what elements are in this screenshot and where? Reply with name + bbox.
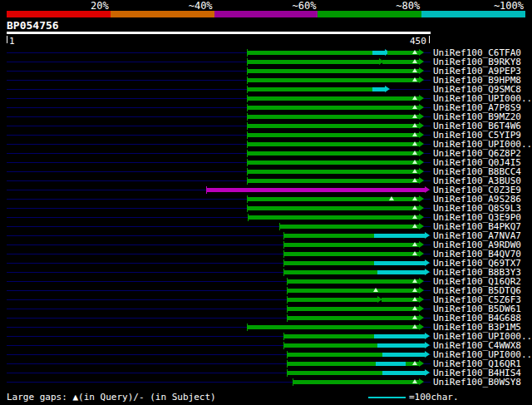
gap-marker-icon [412,379,417,383]
segment-start-tick [247,159,248,166]
identity-scale-segment [214,11,318,17]
segment-start-tick [247,77,248,84]
segment-start-tick [247,141,248,148]
alignment-segment[interactable] [287,289,419,293]
alignment-segment[interactable] [287,371,382,375]
arrowhead-icon [419,67,424,74]
alignment-segment[interactable] [382,353,425,357]
arrowhead-icon [419,150,424,156]
alignment-segment[interactable] [377,343,425,348]
alignment-segment[interactable] [279,225,419,229]
segment-start-tick [247,177,248,185]
alignment-segment[interactable] [247,69,420,73]
alignment-segment[interactable] [374,234,425,238]
segment-start-tick [248,214,249,221]
segment-start-tick [287,296,288,304]
arrowhead-icon [419,141,424,147]
alignment-segment[interactable] [293,380,419,384]
arrowhead-icon [419,314,424,321]
alignment-segment[interactable] [287,362,376,366]
alignment-segment[interactable] [287,353,382,357]
arrowhead-icon [419,95,424,101]
alignment-segment[interactable] [247,161,420,165]
gap-marker-icon [412,151,417,155]
arrowhead-icon [419,104,424,111]
alignment-segment[interactable] [206,188,426,192]
alignment-segment[interactable] [247,96,420,101]
alignment-segment[interactable] [247,179,420,183]
arrowhead-icon [425,342,430,348]
ruler-start-label: 1 [9,36,15,47]
query-ruler [7,32,431,34]
arrowhead-icon [419,223,424,230]
gap-marker-icon [412,132,417,136]
arrowhead-icon [425,333,430,339]
alignment-segment[interactable] [248,215,420,220]
alignment-segment[interactable] [377,270,425,274]
alignment-segment[interactable] [287,307,419,311]
alignment-segment[interactable] [283,261,374,265]
alignment-segment[interactable] [247,60,379,64]
alignment-segment[interactable] [247,115,420,119]
alignment-segment[interactable] [247,142,420,146]
query-name: BP054756 [7,19,59,32]
segment-start-tick [247,205,248,212]
hit-label[interactable]: UniRef100_B0WSY8 [433,378,521,387]
gap-marker-icon [412,242,417,246]
alignment-segment[interactable] [287,298,377,302]
arrowhead-icon [419,195,424,202]
alignment-segment[interactable] [374,261,425,265]
ruler-tick-end [429,36,430,43]
gap-marker-icon [412,77,417,81]
gap-marker-icon [412,169,417,173]
alignment-segment[interactable] [372,51,386,55]
segment-start-tick [206,186,207,194]
alignment-segment[interactable] [247,51,372,55]
arrowhead-icon [419,278,424,284]
alignment-segment[interactable] [287,316,419,320]
alignment-segment[interactable] [283,234,374,238]
alignment-segment[interactable] [247,106,420,110]
arrowhead-icon [425,351,430,358]
gap-marker-icon [412,297,417,301]
segment-start-tick [247,49,248,57]
identity-scale-segment [421,11,525,17]
alignment-segment[interactable] [374,334,425,338]
alignment-segment[interactable] [376,362,406,366]
alignment-segment[interactable] [247,124,420,128]
alignment-segment[interactable] [247,133,420,137]
arrowhead-icon [419,131,424,138]
arrowhead-icon [419,250,424,257]
alignment-segment[interactable] [283,334,374,338]
alignment-segment[interactable] [372,87,386,91]
alignment-segment[interactable] [247,325,420,329]
arrowhead-icon [419,159,424,165]
alignment-segment[interactable] [283,270,378,274]
segment-start-tick [247,195,248,203]
alignment-segment[interactable] [247,206,420,210]
gap-marker-icon [412,141,417,146]
segment-start-tick [283,250,284,258]
arrowhead-icon [419,177,424,184]
alignment-segment[interactable] [247,87,372,91]
gap-marker-icon [412,178,417,182]
arrowhead-icon [419,324,424,330]
alignment-segment[interactable] [247,151,420,156]
alignment-segment[interactable] [283,252,420,256]
arrowhead-icon [419,122,424,129]
segment-start-tick [283,241,284,249]
arrowhead-icon [425,186,430,193]
arrowhead-icon [419,168,424,175]
alignment-segment[interactable] [382,371,425,375]
gap-marker-icon [412,59,417,63]
segment-start-tick [287,360,288,368]
alignment-segment[interactable] [283,243,420,247]
gap-marker-icon [412,251,417,255]
alignment-segment[interactable] [247,78,420,82]
segment-start-tick [287,305,288,313]
gap-marker-icon [412,50,417,54]
alignment-segment[interactable] [283,343,378,348]
alignment-segment[interactable] [287,279,419,284]
alignment-segment[interactable] [247,170,420,174]
segment-start-tick [287,351,288,358]
